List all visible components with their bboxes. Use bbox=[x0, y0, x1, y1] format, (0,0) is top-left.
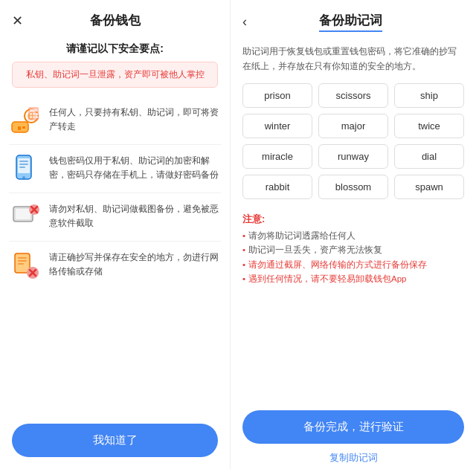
note-text-1: 请勿将助记词透露给任何人 bbox=[248, 229, 356, 244]
mnemonic-word-1: prison bbox=[242, 83, 312, 108]
bullet-1: • bbox=[242, 229, 245, 244]
svg-rect-15 bbox=[19, 161, 28, 162]
mnemonic-grid: prison scissors ship winter major twice … bbox=[231, 83, 476, 208]
close-icon[interactable]: ✕ bbox=[12, 13, 23, 29]
back-icon[interactable]: ‹ bbox=[242, 14, 247, 30]
svg-rect-16 bbox=[19, 164, 28, 165]
svg-rect-12 bbox=[36, 116, 38, 118]
key-icon bbox=[9, 104, 42, 137]
security-item-phone: 钱包密码仅用于私钥、助记词的加密和解密，密码只存储在手机上，请做好密码备份 bbox=[9, 145, 221, 193]
svg-rect-6 bbox=[30, 109, 37, 111]
security-text-safe: 请正确抄写并保存在安全的地方，勿进行网络传输或存储 bbox=[49, 249, 221, 279]
verify-button[interactable]: 备份完成，进行验证 bbox=[242, 410, 464, 444]
mnemonic-word-3: ship bbox=[394, 83, 464, 108]
mnemonic-word-11: blossom bbox=[318, 175, 388, 199]
right-description: 助记词用于恢复钱包或重置钱包密码，将它准确的抄写在纸上，并存放在只有你知道的安全… bbox=[231, 41, 476, 83]
mnemonic-word-8: runway bbox=[318, 144, 388, 169]
security-text-phone: 钱包密码仅用于私钥、助记词的加密和解密，密码只存储在手机上，请做好密码备份 bbox=[49, 152, 221, 182]
svg-rect-26 bbox=[18, 260, 27, 262]
mnemonic-word-9: dial bbox=[394, 144, 464, 169]
security-item-safe: 请正确抄写并保存在安全的地方，勿进行网络传输或存储 bbox=[9, 242, 221, 289]
svg-rect-3 bbox=[18, 126, 21, 130]
security-items-list: 任何人，只要持有私钥、助记词，即可将资产转走 钱包密码仅用于私钥、助记词的加密和… bbox=[0, 97, 230, 415]
note-text-4: 遇到任何情况，请不要轻易卸载钱包App bbox=[248, 272, 406, 287]
mnemonic-word-5: major bbox=[318, 114, 388, 138]
phone-icon bbox=[9, 152, 42, 185]
mnemonic-word-2: scissors bbox=[318, 83, 388, 108]
right-panel: ‹ 备份助记词 助记词用于恢复钱包或重置钱包密码，将它准确的抄写在纸上，并存放在… bbox=[231, 0, 476, 469]
left-panel: ✕ 备份钱包 请谨记以下安全要点: 私钥、助记词一旦泄露，资产即可被他人掌控 bbox=[0, 0, 231, 469]
note-4: • 遇到任何情况，请不要轻易卸载钱包App bbox=[242, 272, 464, 287]
svg-rect-4 bbox=[22, 126, 25, 129]
bullet-2: • bbox=[242, 243, 245, 258]
mnemonic-word-4: winter bbox=[242, 114, 312, 138]
left-title: 备份钱包 bbox=[90, 12, 141, 29]
security-text-screenshot: 请勿对私钥、助记词做截图备份，避免被恶意软件截取 bbox=[49, 201, 221, 230]
note-3: • 请勿通过截屏、网络传输的方式进行备份保存 bbox=[242, 258, 464, 273]
acknowledge-button[interactable]: 我知道了 bbox=[12, 424, 218, 457]
mnemonic-word-10: rabbit bbox=[242, 175, 312, 199]
mnemonic-word-6: twice bbox=[394, 114, 464, 138]
note-text-2: 助记词一旦丢失，资产将无法恢复 bbox=[248, 243, 382, 258]
note-2: • 助记词一旦丢失，资产将无法恢复 bbox=[242, 243, 464, 258]
mnemonic-word-7: miracle bbox=[242, 144, 312, 169]
svg-rect-9 bbox=[36, 113, 38, 115]
screenshot-icon bbox=[9, 201, 42, 233]
mnemonic-word-12: spawn bbox=[394, 175, 464, 199]
security-text-key: 任何人，只要持有私钥、助记词，即可将资产转走 bbox=[49, 104, 221, 134]
right-header: ‹ 备份助记词 bbox=[231, 0, 476, 41]
safe-icon bbox=[9, 249, 42, 282]
svg-rect-20 bbox=[16, 209, 30, 219]
security-item-key: 任何人，只要持有私钥、助记词，即可将资产转走 bbox=[9, 97, 221, 145]
security-item-screenshot: 请勿对私钥、助记词做截图备份，避免被恶意软件截取 bbox=[9, 193, 221, 242]
svg-rect-25 bbox=[18, 257, 27, 259]
right-title-container: 备份助记词 bbox=[254, 12, 446, 32]
bullet-3: • bbox=[242, 258, 245, 273]
left-subtitle: 请谨记以下安全要点: bbox=[0, 38, 230, 62]
bullet-4: • bbox=[242, 272, 245, 287]
svg-rect-8 bbox=[33, 113, 35, 115]
svg-rect-10 bbox=[30, 116, 32, 118]
svg-rect-7 bbox=[30, 113, 32, 115]
svg-point-18 bbox=[22, 176, 25, 179]
left-header: ✕ 备份钱包 bbox=[0, 0, 230, 38]
notes-title: 注意: bbox=[242, 213, 464, 226]
note-text-3: 请勿通过截屏、网络传输的方式进行备份保存 bbox=[248, 258, 427, 273]
right-footer: 备份完成，进行验证 复制助记词 bbox=[231, 403, 476, 469]
copy-mnemonic-link[interactable]: 复制助记词 bbox=[242, 451, 464, 465]
note-1: • 请勿将助记词透露给任何人 bbox=[242, 229, 464, 244]
svg-rect-27 bbox=[18, 263, 24, 265]
warning-banner: 私钥、助记词一旦泄露，资产即可被他人掌控 bbox=[12, 62, 218, 88]
svg-rect-17 bbox=[19, 166, 25, 168]
right-title: 备份助记词 bbox=[319, 12, 382, 32]
notes-section: 注意: • 请勿将助记词透露给任何人 • 助记词一旦丢失，资产将无法恢复 • 请… bbox=[231, 208, 476, 294]
left-footer: 我知道了 bbox=[0, 415, 230, 469]
svg-rect-11 bbox=[33, 116, 35, 118]
